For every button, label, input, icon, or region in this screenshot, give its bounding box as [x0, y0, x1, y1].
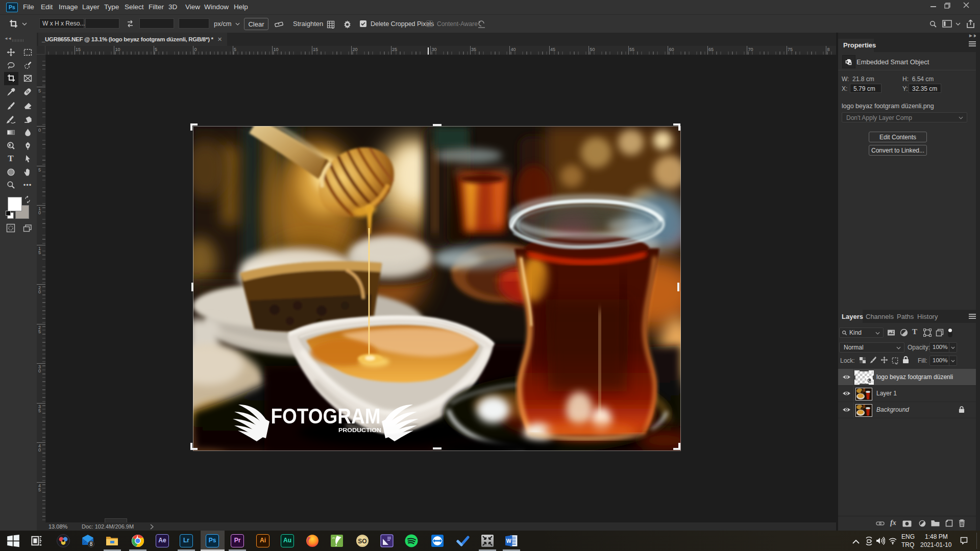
- svg-text:W: W: [506, 538, 511, 544]
- svg-text:SO: SO: [358, 538, 366, 545]
- svg-text:8: 8: [90, 541, 93, 547]
